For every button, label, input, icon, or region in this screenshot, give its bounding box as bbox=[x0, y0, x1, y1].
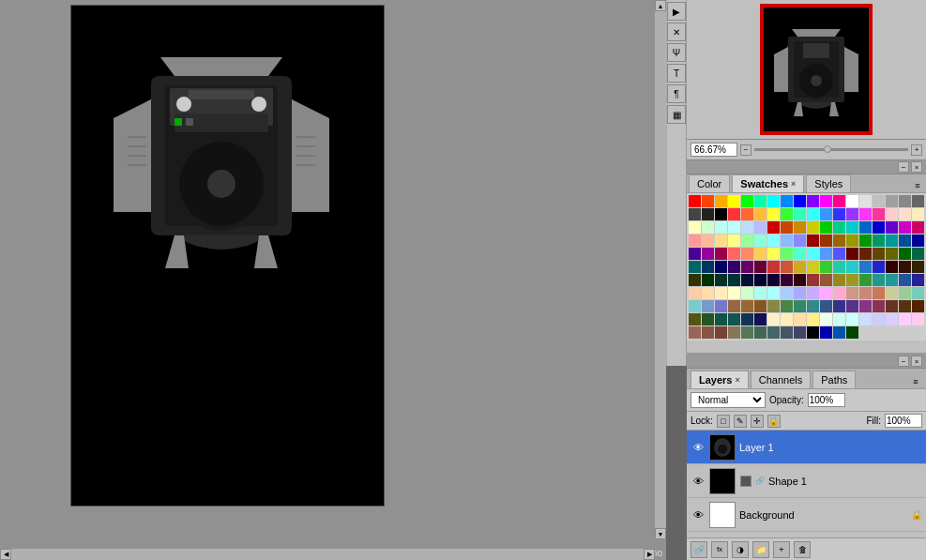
swatch[interactable] bbox=[741, 287, 753, 299]
swatch[interactable] bbox=[754, 208, 767, 220]
zoom-slider-container[interactable] bbox=[754, 148, 908, 151]
swatch[interactable] bbox=[886, 195, 898, 207]
tab-channels[interactable]: Channels bbox=[751, 371, 811, 388]
swatch[interactable] bbox=[794, 195, 806, 207]
swatch[interactable] bbox=[807, 195, 819, 207]
swatch[interactable] bbox=[886, 274, 898, 286]
swatch[interactable] bbox=[833, 326, 845, 339]
swatch[interactable] bbox=[702, 287, 714, 299]
swatch[interactable] bbox=[859, 313, 872, 325]
swatch[interactable] bbox=[807, 221, 819, 234]
swatch[interactable] bbox=[807, 235, 819, 247]
swatch[interactable] bbox=[728, 313, 740, 325]
swatch[interactable] bbox=[781, 208, 793, 220]
swatch[interactable] bbox=[807, 261, 819, 273]
swatch[interactable] bbox=[859, 261, 872, 273]
swatch[interactable] bbox=[767, 313, 780, 325]
swatch[interactable] bbox=[820, 287, 832, 299]
swatch[interactable] bbox=[741, 261, 753, 273]
swatch[interactable] bbox=[833, 300, 845, 312]
zoom-slider-thumb[interactable] bbox=[824, 145, 831, 153]
swatch[interactable] bbox=[781, 221, 793, 234]
swatch[interactable] bbox=[794, 274, 806, 286]
swatch[interactable] bbox=[754, 326, 767, 339]
swatch[interactable] bbox=[741, 235, 753, 247]
canvas-vscroll[interactable]: ▲ ▼ bbox=[655, 0, 666, 539]
swatch[interactable] bbox=[728, 235, 740, 247]
lock-transparent-btn[interactable]: □ bbox=[717, 415, 730, 428]
swatch[interactable] bbox=[886, 248, 898, 260]
swatch[interactable] bbox=[702, 261, 714, 273]
swatch[interactable] bbox=[767, 248, 780, 260]
swatch[interactable] bbox=[820, 274, 832, 286]
swatch[interactable] bbox=[689, 274, 701, 286]
swatch[interactable] bbox=[741, 313, 753, 325]
notes-tool-btn[interactable]: ▦ bbox=[667, 105, 686, 124]
swatch[interactable] bbox=[715, 208, 727, 220]
scroll-left-btn[interactable]: ◀ bbox=[0, 549, 11, 560]
swatch[interactable] bbox=[912, 287, 924, 299]
swatch[interactable] bbox=[741, 326, 753, 339]
swatch[interactable] bbox=[702, 248, 714, 260]
lock-position-btn[interactable]: ✛ bbox=[751, 415, 764, 428]
swatch[interactable] bbox=[846, 287, 858, 299]
swatch[interactable] bbox=[912, 195, 924, 207]
swatch[interactable] bbox=[781, 261, 793, 273]
swatch[interactable] bbox=[794, 221, 806, 234]
swatch[interactable] bbox=[741, 208, 753, 220]
swatch[interactable] bbox=[702, 221, 714, 234]
swatch[interactable] bbox=[767, 235, 780, 247]
swatch[interactable] bbox=[702, 300, 714, 312]
fill-input[interactable]: 100% bbox=[885, 414, 922, 428]
swatch[interactable] bbox=[846, 313, 858, 325]
swatch[interactable] bbox=[820, 221, 832, 234]
swatch[interactable] bbox=[846, 195, 858, 207]
swatch[interactable] bbox=[912, 274, 924, 286]
swatch[interactable] bbox=[715, 248, 727, 260]
swatch[interactable] bbox=[899, 261, 911, 273]
swatch[interactable] bbox=[846, 235, 858, 247]
fx-btn[interactable]: fx bbox=[711, 541, 728, 558]
swatch[interactable] bbox=[689, 287, 701, 299]
new-group-btn[interactable]: 📁 bbox=[752, 541, 769, 558]
layer-row-shape1[interactable]: 👁 🔗 Shape 1 bbox=[687, 464, 926, 498]
swatch[interactable] bbox=[820, 261, 832, 273]
swatch[interactable] bbox=[859, 195, 872, 207]
swatch[interactable] bbox=[794, 248, 806, 260]
swatch[interactable] bbox=[754, 274, 767, 286]
play-tool-btn[interactable]: ▶ bbox=[667, 2, 686, 21]
swatch[interactable] bbox=[781, 248, 793, 260]
swatch[interactable] bbox=[807, 208, 819, 220]
swatch[interactable] bbox=[741, 274, 753, 286]
tools-tool-btn[interactable]: ✕ bbox=[667, 23, 686, 41]
swatch[interactable] bbox=[833, 287, 845, 299]
swatch[interactable] bbox=[754, 261, 767, 273]
swatch[interactable] bbox=[820, 235, 832, 247]
swatch[interactable] bbox=[689, 221, 701, 234]
swatch[interactable] bbox=[873, 235, 885, 247]
swatch[interactable] bbox=[794, 208, 806, 220]
swatch[interactable] bbox=[781, 195, 793, 207]
swatch[interactable] bbox=[754, 313, 767, 325]
mask-btn[interactable]: ◑ bbox=[732, 541, 749, 558]
swatch[interactable] bbox=[767, 261, 780, 273]
swatch[interactable] bbox=[833, 221, 845, 234]
swatches-menu-btn[interactable]: ≡ bbox=[911, 179, 924, 192]
swatches-minimize-btn[interactable]: − bbox=[898, 161, 909, 173]
swatch[interactable] bbox=[715, 313, 727, 325]
swatch[interactable] bbox=[899, 208, 911, 220]
swatch[interactable] bbox=[702, 313, 714, 325]
para-tool-btn[interactable]: ¶ bbox=[667, 84, 686, 103]
swatch[interactable] bbox=[899, 221, 911, 234]
swatch[interactable] bbox=[912, 313, 924, 325]
tab-layers[interactable]: Layers × bbox=[691, 371, 749, 388]
swatch[interactable] bbox=[781, 300, 793, 312]
swatch[interactable] bbox=[741, 195, 753, 207]
swatch[interactable] bbox=[754, 300, 767, 312]
swatch[interactable] bbox=[767, 287, 780, 299]
swatch[interactable] bbox=[715, 326, 727, 339]
lock-all-btn[interactable]: 🔒 bbox=[767, 415, 781, 428]
tab-paths[interactable]: Paths bbox=[812, 371, 856, 388]
swatch[interactable] bbox=[781, 274, 793, 286]
swatch[interactable] bbox=[754, 287, 767, 299]
